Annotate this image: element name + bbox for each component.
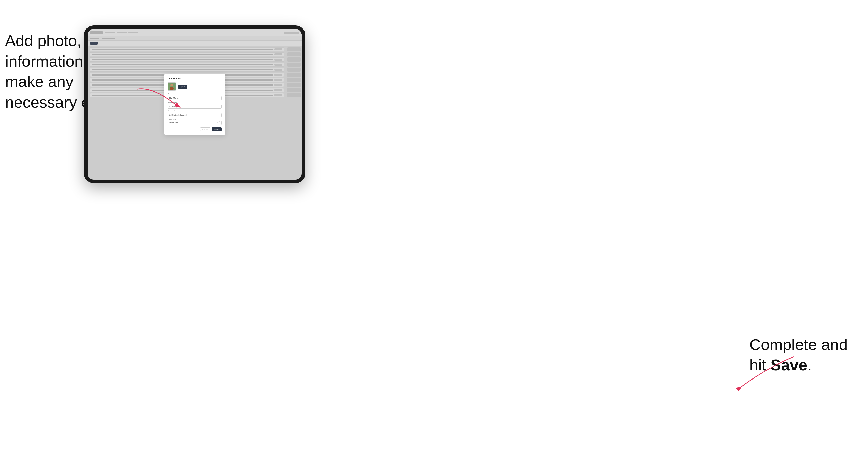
save-label: Save bbox=[215, 128, 220, 130]
arrow-right bbox=[736, 351, 799, 393]
save-icon: ⬆ bbox=[214, 128, 215, 130]
school-year-clear-button[interactable]: × bbox=[217, 122, 218, 124]
arrow-left bbox=[132, 84, 183, 116]
save-button[interactable]: ⬆ Save bbox=[212, 127, 222, 131]
school-year-label: School Year bbox=[168, 119, 222, 120]
modal-overlay: User details × Upload bbox=[88, 29, 302, 180]
cancel-button[interactable]: Cancel bbox=[200, 127, 210, 131]
school-year-field-group: School Year Fourth Year × ⌃⌄ bbox=[168, 119, 222, 125]
school-year-arrows-icon[interactable]: ⌃⌄ bbox=[219, 121, 220, 124]
school-year-select[interactable]: Fourth Year × ⌃⌄ bbox=[168, 121, 222, 125]
modal-header: User details × bbox=[168, 77, 222, 80]
school-year-value: Fourth Year bbox=[169, 122, 178, 124]
tablet-frame: / bbox=[84, 25, 305, 183]
modal-title: User details bbox=[168, 77, 181, 80]
school-year-controls: × ⌃⌄ bbox=[217, 121, 220, 124]
tablet-screen: / bbox=[88, 29, 302, 180]
modal-close-button[interactable]: × bbox=[220, 77, 222, 80]
modal-actions: Cancel ⬆ Save bbox=[168, 127, 222, 131]
